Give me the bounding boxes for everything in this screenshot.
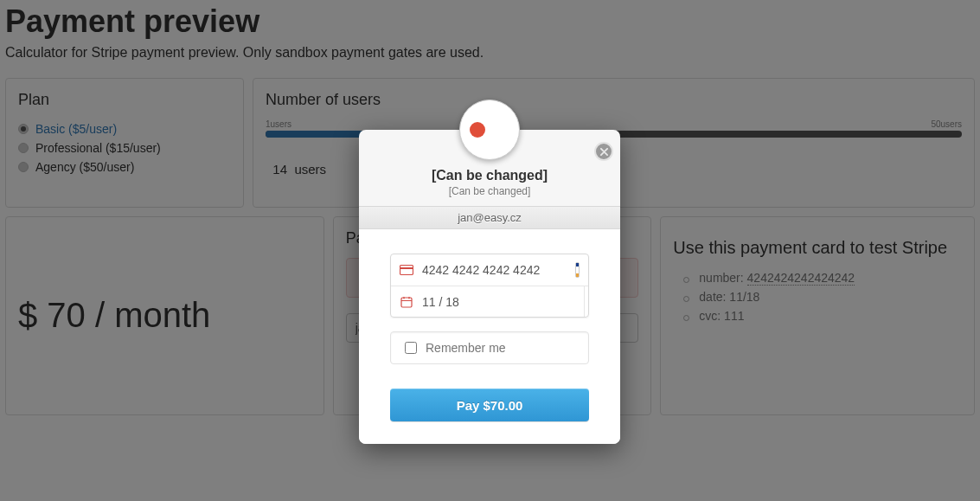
card-number-input[interactable] bbox=[420, 262, 575, 278]
stripe-checkout-modal: [Can be changed] [Can be changed] jan@ea… bbox=[359, 130, 620, 444]
card-number-field[interactable] bbox=[391, 254, 588, 286]
merchant-logo bbox=[459, 100, 520, 160]
pay-button[interactable]: Pay $70.00 bbox=[390, 389, 589, 421]
modal-email: jan@easy.cz bbox=[359, 206, 620, 229]
svg-rect-0 bbox=[400, 266, 413, 275]
card-field-group bbox=[390, 254, 589, 318]
card-expiry-input[interactable] bbox=[420, 294, 575, 310]
remember-me-label: Remember me bbox=[426, 341, 506, 355]
calendar-icon bbox=[400, 296, 413, 308]
modal-title: [Can be changed] bbox=[359, 168, 620, 183]
close-button[interactable] bbox=[594, 142, 613, 161]
card-icon bbox=[400, 264, 413, 276]
svg-rect-2 bbox=[401, 298, 412, 307]
svg-rect-1 bbox=[400, 267, 413, 269]
card-cvc-field[interactable] bbox=[584, 286, 589, 318]
modal-subtitle: [Can be changed] bbox=[359, 185, 620, 197]
remember-me-checkbox[interactable] bbox=[405, 342, 417, 354]
card-expiry-field[interactable] bbox=[391, 286, 584, 318]
remember-me-row[interactable]: Remember me bbox=[390, 331, 589, 364]
close-icon bbox=[600, 148, 608, 156]
visa-badge-icon bbox=[575, 262, 580, 278]
